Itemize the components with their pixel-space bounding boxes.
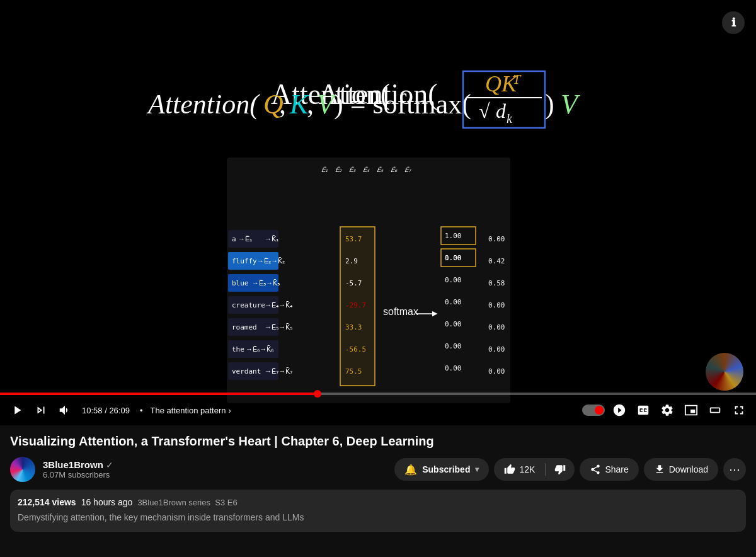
time-display: 10:58 / 26:09 — [82, 406, 130, 415]
svg-text:2.9: 2.9 — [345, 257, 358, 265]
theater-button[interactable] — [706, 401, 724, 420]
subscribe-label: Subscribed — [422, 464, 470, 474]
settings-button[interactable] — [658, 401, 677, 420]
series-badge: 3Blue1Brown series S3 E6 — [137, 498, 237, 507]
toggle-knob — [595, 406, 604, 415]
channel-avatar[interactable] — [10, 457, 35, 482]
download-icon — [654, 464, 665, 475]
volume-button[interactable] — [55, 401, 74, 420]
video-container: Attention( Attention( x Attention( Q , K… — [0, 0, 756, 425]
svg-text:→Ē₆→K̄₆: →Ē₆→K̄₆ — [246, 345, 274, 353]
upload-time: 16 hours ago — [81, 497, 133, 507]
svg-text:): ) — [545, 89, 554, 120]
description-text: Demystifying attention, the key mechanis… — [18, 511, 738, 524]
channel-info: 3Blue1Brown ✓ 6.07M subscribers — [43, 459, 113, 479]
channel-name[interactable]: 3Blue1Brown — [43, 459, 103, 470]
more-button[interactable]: ⋯ — [723, 458, 746, 481]
ambient-light — [706, 353, 743, 391]
dot-separator: • — [140, 406, 143, 415]
svg-text:fluffy: fluffy — [232, 257, 257, 265]
bell-icon: 🔔 — [404, 464, 417, 476]
action-buttons: 🔔 Subscribed ▾ 12K — [394, 458, 746, 481]
svg-text:√: √ — [479, 100, 490, 122]
toggle-track[interactable] — [582, 405, 605, 416]
play-button[interactable] — [8, 401, 26, 420]
svg-text:→Ē₁: →Ē₁ — [238, 235, 252, 243]
channel-name-row: 3Blue1Brown ✓ — [43, 459, 113, 470]
like-button[interactable]: 12K — [494, 458, 545, 481]
svg-text:verdant: verdant — [232, 367, 261, 376]
download-button[interactable]: Download — [644, 458, 718, 481]
svg-text:creature: creature — [232, 301, 265, 309]
views-time-row: 212,514 views 16 hours ago 3Blue1Brown s… — [18, 497, 738, 507]
svg-text:→Ē₇→K̄₇: →Ē₇→K̄₇ — [265, 367, 292, 375]
controls-bar: 10:58 / 26:09 • The attention pattern › — [0, 395, 756, 425]
svg-text:0.00: 0.00 — [445, 298, 462, 306]
svg-text:→Ē₅→K̄₅: →Ē₅→K̄₅ — [265, 323, 292, 331]
svg-text:-5.7: -5.7 — [345, 279, 362, 287]
svg-text:→K̄₁: →K̄₁ — [265, 235, 278, 243]
svg-text:d: d — [496, 100, 507, 122]
svg-text:) = softmax(: ) = softmax( — [334, 89, 471, 120]
chapter-label[interactable]: The attention pattern › — [151, 406, 231, 415]
svg-text:0.00: 0.00 — [488, 367, 505, 376]
subscriber-count: 6.07M subscribers — [43, 470, 113, 479]
svg-text:1.00: 1.00 — [445, 232, 462, 240]
description-row[interactable]: 212,514 views 16 hours ago 3Blue1Brown s… — [10, 490, 746, 532]
svg-text:0.42: 0.42 — [488, 257, 505, 265]
svg-text:75.5: 75.5 — [345, 367, 362, 376]
svg-text:1.00: 1.00 — [445, 254, 462, 262]
channel-row: 3Blue1Brown ✓ 6.07M subscribers 🔔 Subscr… — [10, 457, 746, 482]
svg-text:the: the — [232, 345, 244, 353]
svg-text:T: T — [513, 71, 522, 87]
video-frame: Attention( Attention( x Attention( Q , K… — [0, 0, 756, 425]
subscribe-button[interactable]: 🔔 Subscribed ▾ — [394, 458, 489, 481]
svg-text:-29.7: -29.7 — [345, 301, 366, 309]
svg-text:→Ē₂→K̄₂: →Ē₂→K̄₂ — [257, 257, 285, 265]
views-count: 212,514 views — [18, 497, 76, 507]
more-icon: ⋯ — [729, 462, 740, 476]
svg-text:-56.5: -56.5 — [345, 345, 366, 353]
svg-text:roamed: roamed — [232, 323, 257, 331]
thumb-up-icon — [504, 464, 515, 475]
svg-text:Attention(: Attention( — [146, 89, 260, 120]
chevron-down-icon: ▾ — [475, 465, 479, 474]
svg-text:0.00: 0.00 — [488, 301, 505, 309]
like-count: 12K — [519, 464, 535, 474]
svg-text:blue: blue — [232, 279, 249, 287]
share-button[interactable]: Share — [580, 458, 638, 481]
svg-text:0.00: 0.00 — [445, 276, 462, 284]
svg-text:0.00: 0.00 — [445, 364, 462, 372]
svg-text:→Ē₃→K̄₃: →Ē₃→K̄₃ — [252, 279, 280, 287]
share-icon — [590, 464, 601, 475]
svg-text:a: a — [232, 235, 236, 243]
svg-text:→Ē₄→K̄₄: →Ē₄→K̄₄ — [265, 301, 293, 309]
svg-text:0.00: 0.00 — [488, 235, 505, 243]
play-circle-button[interactable] — [610, 401, 629, 420]
cc-button[interactable] — [634, 401, 653, 420]
svg-text:0.00: 0.00 — [488, 323, 505, 331]
svg-text:softmax: softmax — [383, 306, 418, 317]
below-video: Visualizing Attention, a Transformer's H… — [0, 425, 756, 532]
svg-text:0.00: 0.00 — [445, 320, 462, 328]
thumb-down-icon — [554, 464, 566, 475]
svg-text:0.00: 0.00 — [445, 342, 462, 350]
svg-text:k: k — [507, 112, 513, 125]
skip-button[interactable] — [32, 401, 50, 420]
svg-text:,: , — [279, 89, 286, 120]
info-button[interactable]: ℹ — [722, 11, 745, 34]
download-label: Download — [669, 464, 708, 474]
svg-text:53.7: 53.7 — [345, 235, 362, 243]
svg-text:0.00: 0.00 — [488, 345, 505, 353]
verified-badge: ✓ — [106, 460, 113, 470]
autoplay-toggle[interactable] — [582, 405, 605, 416]
miniplayer-button[interactable] — [682, 401, 701, 420]
svg-text:,: , — [307, 89, 314, 120]
svg-text:33.3: 33.3 — [345, 323, 362, 331]
share-label: Share — [605, 464, 628, 474]
video-title: Visualizing Attention, a Transformer's H… — [10, 433, 746, 449]
svg-text:0.58: 0.58 — [488, 279, 505, 287]
fullscreen-button[interactable] — [730, 401, 748, 420]
dislike-button[interactable] — [546, 458, 575, 481]
like-dislike-group: 12K — [494, 458, 575, 481]
